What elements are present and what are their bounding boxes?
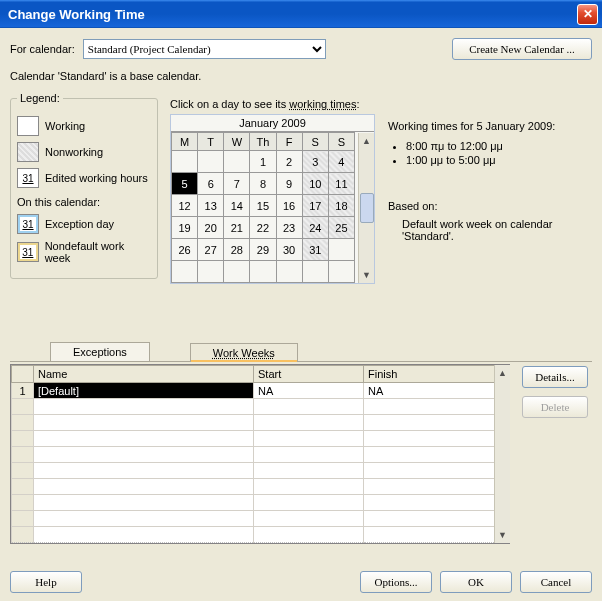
grid-header-start[interactable]: Start — [254, 366, 364, 383]
grid-cell-rownum[interactable]: 1 — [12, 383, 34, 399]
grid-cell-rownum[interactable] — [12, 447, 34, 463]
grid-cell-name[interactable] — [34, 399, 254, 415]
grid-cell-rownum[interactable] — [12, 511, 34, 527]
calendar-day-cell[interactable]: 30 — [276, 239, 302, 261]
work-weeks-grid[interactable]: NameStartFinish1[Default]NANA ▲ ▼ — [10, 364, 510, 544]
grid-cell-finish[interactable] — [364, 399, 509, 415]
calendar-day-cell[interactable]: 5 — [172, 173, 198, 195]
grid-cell-start[interactable] — [254, 447, 364, 463]
calendar-day-cell[interactable]: 21 — [224, 217, 250, 239]
table-row[interactable] — [12, 399, 509, 415]
tab-work-weeks[interactable]: Work Weeks — [190, 343, 298, 362]
details-button[interactable]: Details... — [522, 366, 588, 388]
grid-cell-finish[interactable] — [364, 511, 509, 527]
grid-scrollbar[interactable]: ▲ ▼ — [494, 365, 510, 543]
calendar-day-cell[interactable]: 15 — [250, 195, 276, 217]
grid-cell-start[interactable] — [254, 495, 364, 511]
calendar-day-cell[interactable]: 3 — [302, 151, 328, 173]
scroll-up-icon[interactable]: ▲ — [496, 365, 510, 381]
grid-cell-start[interactable] — [254, 527, 364, 543]
grid-cell-rownum[interactable] — [12, 527, 34, 543]
calendar-day-cell[interactable]: 7 — [224, 173, 250, 195]
calendar-day-cell[interactable]: 13 — [198, 195, 224, 217]
grid-cell-name[interactable] — [34, 447, 254, 463]
calendar-day-cell[interactable]: 26 — [172, 239, 198, 261]
calendar-day-cell[interactable]: 14 — [224, 195, 250, 217]
calendar-day-cell[interactable]: 28 — [224, 239, 250, 261]
grid-cell-name[interactable] — [34, 431, 254, 447]
calendar-day-cell[interactable]: 18 — [328, 195, 354, 217]
grid-cell-rownum[interactable] — [12, 431, 34, 447]
calendar-day-cell[interactable]: 4 — [328, 151, 354, 173]
calendar-day-cell[interactable]: 16 — [276, 195, 302, 217]
grid-cell-start[interactable] — [254, 431, 364, 447]
table-row[interactable] — [12, 431, 509, 447]
grid-cell-start[interactable] — [254, 463, 364, 479]
grid-cell-finish[interactable] — [364, 431, 509, 447]
calendar-day-cell[interactable]: 20 — [198, 217, 224, 239]
grid-cell-rownum[interactable] — [12, 495, 34, 511]
create-new-calendar-button[interactable]: Create New Calendar ... — [452, 38, 592, 60]
calendar-day-cell[interactable]: 17 — [302, 195, 328, 217]
grid-cell-rownum[interactable] — [12, 415, 34, 431]
calendar-day-cell[interactable]: 23 — [276, 217, 302, 239]
calendar-day-cell[interactable]: 22 — [250, 217, 276, 239]
grid-cell-finish[interactable] — [364, 495, 509, 511]
calendar-day-cell[interactable]: 10 — [302, 173, 328, 195]
scroll-thumb[interactable] — [360, 193, 374, 223]
table-row[interactable] — [12, 495, 509, 511]
calendar-day-cell[interactable]: 25 — [328, 217, 354, 239]
table-row[interactable] — [12, 479, 509, 495]
grid-cell-start[interactable] — [254, 479, 364, 495]
table-row[interactable] — [12, 463, 509, 479]
calendar-day-cell[interactable]: 24 — [302, 217, 328, 239]
calendar-day-cell[interactable]: 6 — [198, 173, 224, 195]
calendar-day-cell[interactable]: 2 — [276, 151, 302, 173]
grid-cell-rownum[interactable] — [12, 463, 34, 479]
grid-cell-finish[interactable] — [364, 463, 509, 479]
grid-cell-name[interactable] — [34, 495, 254, 511]
grid-cell-start[interactable] — [254, 399, 364, 415]
grid-cell-name[interactable] — [34, 463, 254, 479]
grid-cell-finish[interactable] — [364, 479, 509, 495]
grid-cell-start[interactable] — [254, 511, 364, 527]
grid-cell-name[interactable] — [34, 415, 254, 431]
calendar-scrollbar[interactable]: ▲ ▼ — [358, 133, 374, 283]
table-row[interactable] — [12, 527, 509, 543]
help-button[interactable]: Help — [10, 571, 82, 593]
table-row[interactable] — [12, 447, 509, 463]
scroll-down-icon[interactable]: ▼ — [360, 267, 374, 283]
grid-header-name[interactable]: Name — [34, 366, 254, 383]
tab-exceptions[interactable]: Exceptions — [50, 342, 150, 361]
calendar-select[interactable]: Standard (Project Calendar) — [83, 39, 326, 59]
grid-cell-rownum[interactable] — [12, 479, 34, 495]
calendar-day-cell[interactable]: 31 — [302, 239, 328, 261]
calendar-day-cell[interactable]: 19 — [172, 217, 198, 239]
calendar-day-cell[interactable]: 8 — [250, 173, 276, 195]
calendar-day-cell[interactable]: 1 — [250, 151, 276, 173]
calendar-day-cell[interactable]: 12 — [172, 195, 198, 217]
grid-cell-name[interactable] — [34, 527, 254, 543]
grid-cell-start[interactable]: NA — [254, 383, 364, 399]
calendar-grid[interactable]: January 2009 MTWThFSS1234567891011121314… — [170, 114, 375, 284]
grid-cell-start[interactable] — [254, 415, 364, 431]
grid-cell-finish[interactable] — [364, 527, 509, 543]
grid-cell-finish[interactable] — [364, 415, 509, 431]
close-button[interactable]: ✕ — [577, 4, 598, 25]
calendar-day-cell[interactable]: 29 — [250, 239, 276, 261]
grid-header-finish[interactable]: Finish — [364, 366, 509, 383]
table-row[interactable] — [12, 511, 509, 527]
scroll-down-icon[interactable]: ▼ — [496, 527, 510, 543]
grid-cell-rownum[interactable] — [12, 399, 34, 415]
grid-cell-name[interactable] — [34, 511, 254, 527]
grid-cell-name[interactable] — [34, 479, 254, 495]
calendar-day-cell[interactable]: 11 — [328, 173, 354, 195]
calendar-day-cell[interactable]: 27 — [198, 239, 224, 261]
grid-cell-finish[interactable]: NA — [364, 383, 509, 399]
table-row[interactable] — [12, 415, 509, 431]
grid-cell-name[interactable]: [Default] — [34, 383, 254, 399]
cancel-button[interactable]: Cancel — [520, 571, 592, 593]
table-row[interactable]: 1[Default]NANA — [12, 383, 509, 399]
calendar-day-cell[interactable]: 9 — [276, 173, 302, 195]
grid-cell-finish[interactable] — [364, 447, 509, 463]
